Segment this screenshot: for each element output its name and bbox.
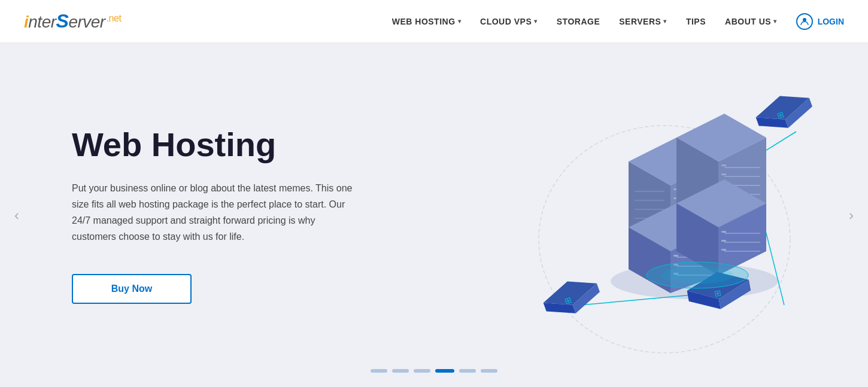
chevron-down-icon: ▾: [458, 18, 462, 25]
chevron-down-icon: ▾: [663, 18, 667, 25]
hero-title: Web Hosting: [72, 126, 359, 163]
svg-rect-32: [721, 164, 726, 166]
chevron-down-icon: ▾: [773, 18, 777, 25]
nav-storage[interactable]: STORAGE: [557, 17, 600, 26]
login-button[interactable]: LOGIN: [796, 13, 844, 30]
carousel-next-button[interactable]: ›: [840, 205, 862, 226]
carousel-dot-4[interactable]: [435, 369, 454, 373]
logo[interactable]: interServer.net: [24, 10, 121, 32]
header: interServer.net WEB HOSTING ▾ CLOUD VPS …: [0, 0, 868, 43]
carousel-dot-2[interactable]: [392, 369, 409, 373]
svg-rect-53: [721, 240, 726, 242]
chevron-down-icon: ▾: [534, 18, 538, 25]
svg-rect-43: [673, 255, 678, 257]
svg-rect-52: [721, 231, 726, 233]
hero-content: Web Hosting Put your business online or …: [0, 126, 359, 303]
hero-section: ‹ Web Hosting Put your business online o…: [0, 43, 868, 387]
carousel-prev-button[interactable]: ‹: [6, 205, 28, 226]
nav-servers[interactable]: SERVERS ▾: [619, 17, 667, 26]
hero-illustration: ⊞ ⊞ ⊞: [461, 66, 832, 365]
carousel-dot-3[interactable]: [414, 369, 430, 373]
carousel-dots: [371, 369, 497, 373]
nav-cloud-vps[interactable]: CLOUD VPS ▾: [480, 17, 538, 26]
user-icon: [796, 13, 813, 30]
logo-inter: nter: [28, 13, 56, 31]
nav-web-hosting[interactable]: WEB HOSTING ▾: [392, 17, 461, 26]
hero-description: Put your business online or blog about t…: [72, 180, 359, 245]
carousel-dot-1[interactable]: [371, 369, 387, 373]
svg-point-0: [803, 18, 806, 22]
carousel-dot-5[interactable]: [459, 369, 476, 373]
server-illustration-svg: ⊞ ⊞ ⊞: [461, 66, 832, 365]
buy-now-button[interactable]: Buy Now: [72, 274, 192, 304]
logo-net: .net: [107, 13, 122, 23]
svg-rect-33: [721, 173, 726, 175]
nav-about-us[interactable]: ABOUT US ▾: [725, 17, 777, 26]
svg-rect-54: [721, 249, 726, 251]
carousel-dot-6[interactable]: [481, 369, 497, 373]
main-nav: WEB HOSTING ▾ CLOUD VPS ▾ STORAGE SERVER…: [392, 13, 844, 30]
nav-tips[interactable]: TIPS: [686, 17, 706, 26]
logo-s: S: [56, 10, 69, 32]
logo-erver: erver: [68, 13, 105, 31]
svg-point-68: [661, 266, 733, 284]
